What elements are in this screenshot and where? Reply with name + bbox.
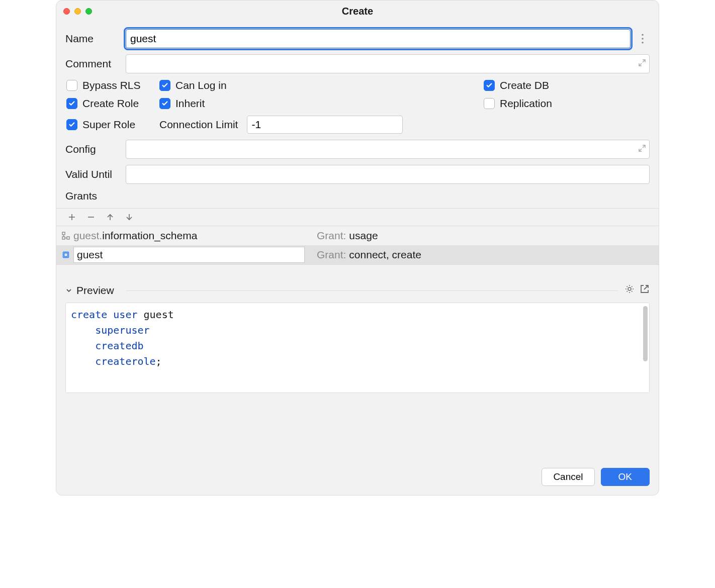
grant-value: connect, create: [349, 249, 421, 261]
grant-key: Grant:: [317, 249, 346, 261]
gear-icon[interactable]: [624, 284, 635, 297]
comment-label: Comment: [65, 58, 121, 70]
preview-label: Preview: [76, 284, 114, 297]
open-external-icon[interactable]: [640, 284, 650, 297]
dialog-footer: Cancel OK: [56, 461, 659, 495]
connection-limit-input[interactable]: [247, 116, 403, 134]
ok-button[interactable]: OK: [601, 468, 650, 486]
super-role-label: Super Role: [82, 119, 135, 131]
valid-until-label: Valid Until: [65, 168, 121, 180]
grant-object: information_schema: [102, 230, 197, 241]
inherit-checkbox[interactable]: Inherit: [159, 97, 469, 110]
move-down-icon[interactable]: [125, 213, 134, 221]
replication-checkbox[interactable]: Replication: [484, 97, 650, 110]
svg-rect-7: [64, 253, 68, 257]
svg-rect-5: [67, 237, 69, 239]
titlebar: Create: [56, 1, 659, 22]
comment-input[interactable]: [126, 54, 650, 73]
grants-label: Grants: [65, 190, 650, 202]
svg-point-0: [642, 34, 644, 36]
move-up-icon[interactable]: [106, 213, 115, 221]
schema-icon: [61, 231, 70, 240]
name-label: Name: [65, 33, 121, 45]
config-label: Config: [65, 143, 121, 155]
divider: [126, 290, 618, 291]
grants-toolbar: [56, 208, 659, 226]
dialog-window: Create Name Comment: [56, 0, 659, 496]
grant-row[interactable]: guest Grant: connect, create: [56, 245, 659, 264]
inherit-label: Inherit: [175, 97, 205, 110]
create-role-label: Create Role: [82, 97, 139, 110]
create-role-checkbox[interactable]: Create Role: [66, 97, 144, 110]
svg-point-1: [642, 38, 644, 40]
config-input[interactable]: [126, 140, 650, 159]
grant-key: Grant:: [317, 230, 346, 242]
bypass-rls-checkbox[interactable]: Bypass RLS: [66, 79, 144, 91]
bypass-rls-label: Bypass RLS: [82, 79, 141, 91]
add-icon[interactable]: [67, 213, 76, 221]
more-menu-icon[interactable]: [636, 32, 650, 46]
window-title: Create: [56, 6, 659, 17]
can-login-checkbox[interactable]: Can Log in: [159, 79, 469, 91]
grant-row[interactable]: guest.information_schema Grant: usage: [56, 226, 659, 245]
create-db-label: Create DB: [500, 79, 549, 91]
svg-point-2: [642, 42, 644, 44]
can-login-label: Can Log in: [175, 79, 227, 91]
connection-limit-label: Connection Limit: [159, 119, 238, 131]
super-role-checkbox[interactable]: Super Role: [66, 119, 144, 131]
create-db-checkbox[interactable]: Create DB: [484, 79, 650, 91]
cancel-button[interactable]: Cancel: [542, 468, 594, 486]
grant-object-input[interactable]: guest: [73, 247, 305, 263]
svg-rect-4: [62, 237, 65, 239]
svg-rect-3: [62, 232, 65, 235]
database-icon: [61, 251, 70, 259]
valid-until-input[interactable]: [126, 165, 650, 184]
replication-label: Replication: [500, 97, 552, 110]
sql-preview[interactable]: create user guest superuser createdb cre…: [65, 303, 650, 393]
chevron-down-icon[interactable]: [65, 284, 72, 297]
svg-point-8: [628, 287, 631, 290]
grants-list: guest.information_schema Grant: usage gu…: [56, 226, 659, 265]
grant-value: usage: [349, 230, 378, 242]
remove-icon[interactable]: [86, 213, 96, 221]
grant-prefix: guest.: [73, 230, 102, 241]
name-input[interactable]: [126, 29, 631, 48]
scrollbar[interactable]: [643, 306, 648, 361]
